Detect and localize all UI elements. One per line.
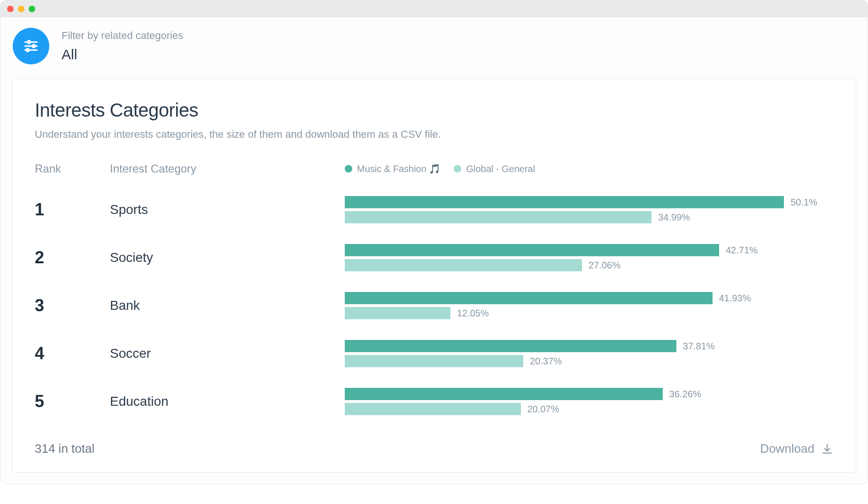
filter-bar: Filter by related categories All xyxy=(0,17,868,79)
category-name: Education xyxy=(110,394,169,409)
rank-value: 1 xyxy=(35,200,44,219)
filter-value: All xyxy=(62,47,183,63)
bar-group: 37.81%20.37% xyxy=(345,340,833,367)
bar-value-label: 27.06% xyxy=(589,260,620,271)
bar-primary: 37.81% xyxy=(345,340,833,352)
bar-fill xyxy=(345,292,713,304)
bar-fill xyxy=(345,403,521,415)
bar-primary: 50.1% xyxy=(345,196,833,208)
bar-group: 50.1%34.99% xyxy=(345,196,833,223)
bar-value-label: 12.05% xyxy=(457,308,489,319)
legend-swatch-secondary xyxy=(454,165,461,173)
filter-label: Filter by related categories xyxy=(62,30,183,42)
category-name: Society xyxy=(110,250,153,265)
bar-value-label: 50.1% xyxy=(790,197,817,208)
close-window-button[interactable] xyxy=(7,6,14,12)
category-name: Sports xyxy=(110,202,148,217)
bar-primary: 42.71% xyxy=(345,244,833,256)
table-row: 2Society42.71%27.06% xyxy=(35,244,833,271)
bar-fill xyxy=(345,307,450,319)
category-name: Soccer xyxy=(110,346,151,361)
table-header: Rank Interest Category Music & Fashion 🎵… xyxy=(35,162,833,175)
svg-point-3 xyxy=(32,45,35,47)
table-row: 4Soccer37.81%20.37% xyxy=(35,340,833,367)
rank-value: 4 xyxy=(35,344,44,363)
card-footer: 314 in total Download xyxy=(35,441,833,456)
minimize-window-button[interactable] xyxy=(18,6,24,12)
bar-secondary: 12.05% xyxy=(345,307,833,319)
bar-value-label: 41.93% xyxy=(719,293,751,304)
chart-legend: Music & Fashion 🎵 Global - General xyxy=(345,163,833,174)
bar-fill xyxy=(345,340,676,352)
download-icon xyxy=(821,443,833,455)
bar-value-label: 20.07% xyxy=(527,404,559,415)
legend-secondary-label: Global - General xyxy=(466,164,535,174)
legend-swatch-primary xyxy=(345,165,352,173)
bar-value-label: 20.37% xyxy=(530,356,562,367)
legend-primary: Music & Fashion 🎵 xyxy=(345,163,441,174)
table-row: 1Sports50.1%34.99% xyxy=(35,196,833,223)
bar-primary: 36.26% xyxy=(345,388,833,400)
bar-group: 42.71%27.06% xyxy=(345,244,833,271)
bar-secondary: 34.99% xyxy=(345,211,833,223)
bar-group: 36.26%20.07% xyxy=(345,388,833,415)
titlebar xyxy=(0,0,868,17)
zoom-window-button[interactable] xyxy=(29,6,35,12)
interests-card: Interests Categories Understand your int… xyxy=(12,79,856,472)
bar-primary: 41.93% xyxy=(345,292,833,304)
legend-primary-label: Music & Fashion 🎵 xyxy=(357,163,441,174)
svg-point-5 xyxy=(26,48,29,51)
app-window: Filter by related categories All Interes… xyxy=(0,0,868,484)
card-title: Interests Categories xyxy=(35,100,833,121)
table-row: 3Bank41.93%12.05% xyxy=(35,292,833,319)
download-button[interactable]: Download xyxy=(760,441,833,456)
download-button-label: Download xyxy=(760,441,814,456)
total-count: 314 in total xyxy=(35,441,94,456)
bar-fill xyxy=(345,211,651,223)
filter-selector[interactable]: Filter by related categories All xyxy=(62,30,183,63)
bar-fill xyxy=(345,355,523,367)
col-header-rank: Rank xyxy=(35,162,110,175)
bar-fill xyxy=(345,244,719,256)
rank-value: 3 xyxy=(35,296,44,315)
filter-icon[interactable] xyxy=(13,28,49,64)
bar-value-label: 42.71% xyxy=(726,245,758,256)
bar-secondary: 20.07% xyxy=(345,403,833,415)
bar-value-label: 36.26% xyxy=(669,389,701,400)
bar-secondary: 27.06% xyxy=(345,259,833,271)
bar-group: 41.93%12.05% xyxy=(345,292,833,319)
bar-value-label: 34.99% xyxy=(658,212,690,223)
rank-value: 5 xyxy=(35,392,44,411)
bar-secondary: 20.37% xyxy=(345,355,833,367)
table-row: 5Education36.26%20.07% xyxy=(35,388,833,415)
bar-value-label: 37.81% xyxy=(683,341,715,352)
card-subtitle: Understand your interests categories, th… xyxy=(35,128,833,141)
legend-secondary: Global - General xyxy=(454,164,535,174)
bar-fill xyxy=(345,196,784,208)
interests-table: Rank Interest Category Music & Fashion 🎵… xyxy=(35,162,833,415)
svg-point-1 xyxy=(28,40,31,43)
category-name: Bank xyxy=(110,298,140,313)
bar-fill xyxy=(345,388,663,400)
rank-value: 2 xyxy=(35,248,44,267)
bar-fill xyxy=(345,259,582,271)
col-header-category: Interest Category xyxy=(110,162,345,175)
